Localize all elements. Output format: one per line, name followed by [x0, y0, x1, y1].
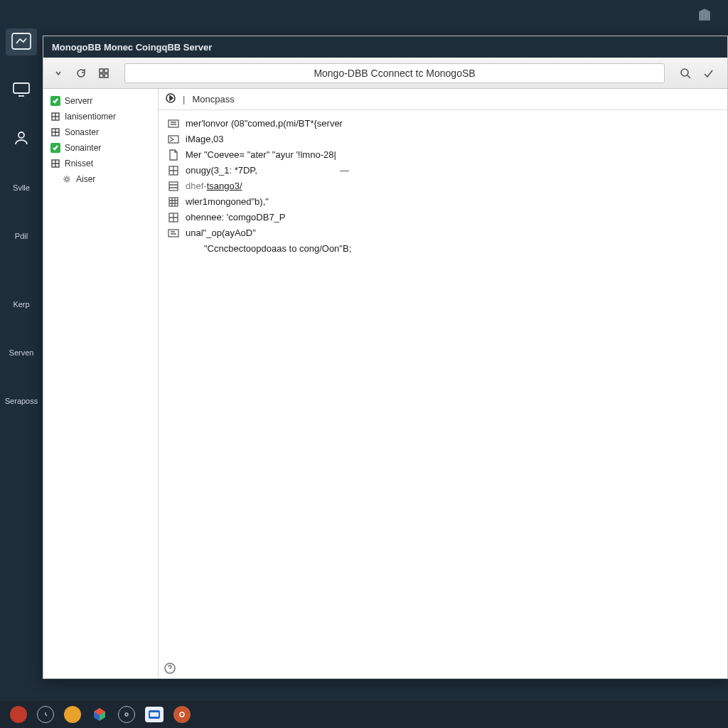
taskbar-app-files[interactable] — [91, 706, 108, 723]
status-bar — [159, 660, 727, 678]
code-line: dhef-tsango3/ — [167, 178, 719, 194]
refresh-button[interactable] — [73, 65, 89, 81]
window-titlebar[interactable]: MonogoBB Monec CoingqBB Server — [43, 36, 727, 58]
cursor-icon: | — [183, 94, 185, 105]
activity-item-seraposs[interactable]: Seraposs — [6, 387, 37, 414]
taskbar-app-term[interactable] — [145, 707, 164, 722]
editor-tab-label[interactable]: Moncpass — [192, 94, 234, 105]
check-button[interactable] — [700, 65, 716, 81]
grid-button[interactable] — [96, 65, 112, 81]
editor-tabbar: | Moncpass — [159, 89, 727, 110]
code-line: "Ccncbectoopdoaas to cong/Oon"B; — [167, 241, 719, 257]
grid-icon — [167, 181, 180, 192]
code-line: ohennee: 'comgoDB7_P — [167, 210, 719, 225]
editor-panel: | Moncpass mer'lonvor (08"comed,p(mi/BT*… — [159, 89, 727, 678]
check-icon — [50, 143, 60, 153]
svg-rect-1 — [14, 83, 29, 93]
taskbar-app-orange[interactable] — [173, 706, 191, 723]
svg-point-2 — [18, 132, 24, 138]
gear-icon — [62, 174, 72, 184]
activity-bar: Svlle Pdil Kerp Serven Seraposs — [0, 0, 43, 704]
doc-icon — [167, 149, 180, 161]
activity-item-kerp[interactable]: Kerp — [6, 290, 37, 317]
svg-rect-13 — [168, 120, 178, 127]
svg-rect-17 — [169, 198, 178, 206]
box-icon — [50, 112, 60, 122]
grid-icon — [167, 212, 180, 223]
svg-point-21 — [125, 713, 128, 716]
search-button[interactable] — [678, 65, 693, 81]
code-line: mer'lonvor (08"comed,p(mi/BT*{server — [167, 116, 719, 132]
tree-item-sonainter[interactable]: Sonainter — [46, 140, 155, 156]
activity-item-svlle[interactable]: Svlle — [6, 173, 37, 200]
svg-rect-4 — [105, 69, 108, 73]
activity-item-screen[interactable] — [6, 77, 37, 104]
svg-point-11 — [65, 178, 68, 181]
svg-rect-16 — [169, 182, 178, 191]
tree-item-rnisset[interactable]: Rnisset — [46, 156, 155, 171]
tree-item-ianisentiomer[interactable]: Ianisentiomer — [46, 109, 155, 124]
address-text: Mongo-DBB Cconnect tc MonogoSB — [314, 68, 475, 79]
activity-item-user[interactable] — [6, 125, 37, 152]
grid-icon — [167, 165, 180, 176]
box-icon — [50, 127, 60, 137]
svg-point-7 — [681, 69, 688, 76]
taskbar — [0, 701, 728, 728]
tree-item-sonaster[interactable]: Sonaster — [46, 124, 155, 140]
activity-item-pdil[interactable]: Pdil — [6, 222, 37, 249]
app-window: MonogoBB Monec CoingqBB Server Mongo-DBB… — [43, 36, 728, 679]
code-line: Mer "Coevee= "ater" "ayur '!lmno-28| — [167, 147, 719, 163]
line-icon — [167, 134, 180, 145]
help-icon[interactable] — [164, 663, 176, 676]
line-icon — [167, 118, 180, 129]
system-tray-icon[interactable] — [697, 7, 712, 23]
run-icon[interactable] — [166, 93, 176, 105]
code-area[interactable]: mer'lonvor (08"comed,p(mi/BT*{server iMa… — [159, 110, 727, 262]
code-line: onugy(3_1: *7DP, — — [167, 163, 719, 178]
svg-rect-3 — [100, 69, 103, 73]
check-icon — [50, 96, 60, 106]
line-icon — [167, 228, 180, 239]
grid-icon — [167, 196, 180, 208]
taskbar-app-amber[interactable] — [64, 706, 81, 723]
address-bar[interactable]: Mongo-DBB Cconnect tc MonogoSB — [124, 63, 665, 83]
code-line: wler1mongoned"b)," — [167, 194, 719, 210]
taskbar-app-clock[interactable] — [37, 706, 54, 723]
svg-rect-19 — [168, 230, 178, 237]
svg-rect-6 — [105, 74, 108, 77]
tree-item-aiser[interactable]: Aiser — [46, 171, 155, 187]
back-dropdown-button[interactable] — [50, 65, 66, 81]
svg-rect-23 — [150, 712, 159, 717]
svg-rect-0 — [12, 33, 31, 49]
activity-item-serven[interactable]: Serven — [6, 338, 37, 365]
activity-item-main[interactable] — [6, 28, 37, 55]
code-line: iMage,03 — [167, 132, 719, 147]
tree-item-server[interactable]: Serverr — [46, 93, 155, 109]
taskbar-app-red[interactable] — [10, 706, 27, 723]
code-line: unal"_op(ayAoD" — [167, 225, 719, 241]
tree-panel: Serverr Ianisentiomer Sonaster Sonainter… — [43, 89, 159, 678]
taskbar-app-ring[interactable] — [118, 706, 135, 723]
svg-point-24 — [180, 712, 184, 717]
toolbar: Mongo-DBB Cconnect tc MonogoSB — [43, 58, 727, 89]
window-title: MonogoBB Monec CoingqBB Server — [52, 42, 212, 53]
box-icon — [50, 159, 60, 168]
svg-rect-5 — [100, 74, 103, 77]
